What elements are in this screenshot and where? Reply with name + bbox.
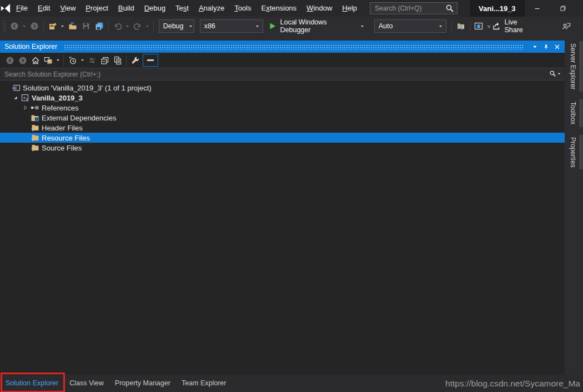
collapse-all-button[interactable] [98, 54, 111, 67]
menu-analyze[interactable]: Analyze [194, 0, 229, 17]
menu-file[interactable]: File [11, 0, 33, 17]
side-tab-label: Toolbox [569, 99, 577, 127]
redo-button[interactable] [131, 19, 144, 33]
save-button[interactable] [79, 19, 93, 33]
tree-item-label: Vanilla_2019_3 [32, 94, 83, 102]
solution-platform-dropdown[interactable]: x86 [200, 19, 263, 33]
undo-button[interactable] [111, 19, 124, 33]
switch-views-button[interactable] [42, 54, 54, 67]
separator [126, 55, 127, 66]
quick-search [370, 2, 458, 14]
switch-views-dropdown[interactable] [54, 54, 61, 67]
bottom-tab-strip: Solution ExplorerClass ViewProperty Mana… [0, 375, 583, 392]
tree-item-label: Resource Files [42, 134, 90, 142]
find-in-files-button[interactable] [454, 19, 468, 33]
bottom-tab-team-explorer[interactable]: Team Explorer [176, 375, 232, 392]
menu-view[interactable]: View [55, 0, 81, 17]
se-back-button[interactable] [3, 54, 16, 67]
tree-item-external-dependencies[interactable]: External Dependencies [0, 113, 565, 123]
solution-explorer-panel: Solution Explorer [0, 36, 565, 375]
se-search-icons [549, 70, 561, 77]
search-icon [445, 4, 454, 13]
search-options-dropdown[interactable] [556, 72, 561, 76]
tree-item-label: References [42, 104, 78, 112]
properties-button[interactable] [129, 54, 142, 67]
search-icon[interactable] [549, 70, 556, 77]
collapsed-arrow-icon[interactable] [21, 103, 30, 112]
save-all-button[interactable] [93, 19, 106, 33]
menu-help[interactable]: Help [337, 0, 362, 17]
feedback-button[interactable] [560, 19, 573, 33]
tree-item-solution-vanilla-2019-3-1-of-1-project[interactable]: Solution 'Vanilla_2019_3' (1 of 1 projec… [0, 83, 565, 93]
tree-item-resource-files[interactable]: Resource Files [0, 133, 565, 143]
minimize-button[interactable] [525, 0, 550, 17]
bottom-tab-property-manager[interactable]: Property Manager [109, 375, 176, 392]
run-label: Local Windows Debugger [280, 18, 359, 34]
arrow-spacer [21, 143, 30, 152]
pin-icon[interactable] [540, 41, 551, 52]
solution-tree: Solution 'Vanilla_2019_3' (1 of 1 projec… [0, 81, 565, 153]
menu-build[interactable]: Build [113, 0, 139, 17]
menu-window[interactable]: Window [301, 0, 337, 17]
undo-dropdown[interactable] [124, 19, 131, 33]
close-icon[interactable] [551, 41, 562, 52]
run-dropdown[interactable] [359, 19, 366, 33]
dash-icon [147, 59, 154, 61]
menu-debug[interactable]: Debug [139, 0, 170, 17]
browser-home-dropdown[interactable] [485, 19, 492, 33]
solution-configuration-dropdown[interactable]: Debug [159, 19, 194, 33]
navigate-forward-button[interactable] [28, 19, 41, 33]
filter-dropdown[interactable] [79, 54, 86, 67]
menu-project[interactable]: Project [81, 0, 113, 17]
navigate-back-button[interactable] [8, 19, 21, 33]
browser-home-button[interactable] [473, 19, 486, 33]
separator [153, 21, 154, 32]
sync-with-active-document-button[interactable] [86, 54, 98, 67]
tree-item-header-files[interactable]: Header Files [0, 123, 565, 133]
new-project-dropdown[interactable] [59, 19, 66, 33]
open-file-button[interactable] [66, 19, 79, 33]
tree-item-vanilla-2019-3[interactable]: Vanilla_2019_3 [0, 93, 565, 103]
menu-extensions[interactable]: Extensions [257, 0, 302, 17]
side-tab-toolbox[interactable]: Toolbox [565, 99, 583, 127]
new-project-button[interactable] [46, 19, 59, 33]
side-tab-server-explorer[interactable]: Server Explorer [565, 41, 583, 92]
quick-search-input[interactable] [370, 2, 458, 14]
show-all-files-button[interactable] [111, 54, 124, 67]
se-search-input[interactable] [1, 68, 564, 80]
window-position-dropdown[interactable] [529, 41, 540, 52]
side-tab-properties[interactable]: Properties [565, 135, 583, 170]
menu-edit[interactable]: Edit [33, 0, 55, 17]
configuration-value: Debug [163, 22, 184, 30]
tree-item-label: Header Files [42, 124, 83, 132]
tree-item-label: Solution 'Vanilla_2019_3' (1 of 1 projec… [23, 84, 152, 92]
tree-item-references[interactable]: References [0, 103, 565, 113]
toolbar-grip[interactable] [3, 20, 6, 32]
navigate-back-dropdown[interactable] [21, 19, 28, 33]
references-icon [30, 103, 40, 112]
solution-explorer-header[interactable]: Solution Explorer [0, 41, 565, 53]
live-share-button[interactable]: Live Share [492, 18, 537, 34]
attach-value: Auto [379, 22, 393, 30]
se-forward-button[interactable] [16, 54, 29, 67]
bottom-tab-solution-explorer[interactable]: Solution Explorer [0, 375, 64, 392]
menu-tools[interactable]: Tools [229, 0, 256, 17]
bottom-tab-class-view[interactable]: Class View [64, 375, 109, 392]
start-debugging-button[interactable]: Local Windows Debugger [268, 19, 369, 33]
close-button[interactable] [576, 0, 583, 17]
preview-selected-items-toggle[interactable] [143, 54, 158, 67]
chevron-down-icon [188, 24, 193, 29]
attach-dropdown[interactable]: Auto [374, 19, 446, 33]
expanded-arrow-icon[interactable] [11, 93, 20, 102]
restore-button[interactable] [550, 0, 576, 17]
redo-dropdown[interactable] [144, 19, 151, 33]
separator [108, 21, 109, 32]
tree-item-source-files[interactable]: Source Files [0, 143, 565, 153]
side-tab-edge [579, 41, 583, 92]
panel-header-grip[interactable] [64, 44, 524, 50]
pending-changes-filter-button[interactable] [66, 54, 79, 67]
right-sidebar: Server ExplorerToolboxProperties [565, 36, 583, 375]
solution-icon [11, 83, 21, 92]
menu-test[interactable]: Test [170, 0, 194, 17]
home-icon[interactable] [29, 54, 42, 67]
